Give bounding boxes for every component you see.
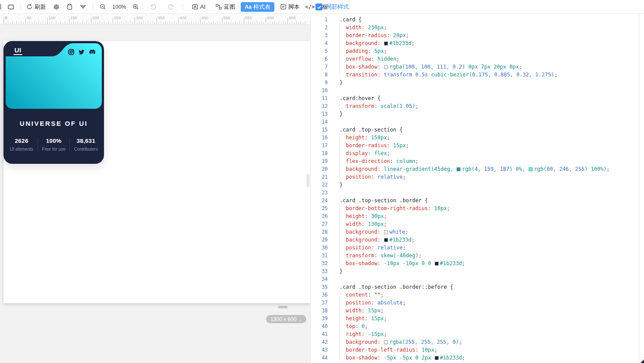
code-line-text[interactable]: box-shadow: -5px -5px 0 2px #1b233d; [328, 354, 465, 362]
code-line-text[interactable]: .card .top-section .border::before { [328, 283, 453, 291]
stylesheet-tab[interactable]: Aa 样式表 [241, 2, 274, 12]
code-line-text[interactable]: right: -15px; [328, 330, 387, 338]
local-style-toggle[interactable]: 局部样式 [315, 0, 349, 14]
line-number[interactable]: 32 [311, 259, 328, 267]
line-number[interactable]: 1 [311, 16, 328, 24]
line-number[interactable]: 2 [311, 24, 328, 31]
code-line-text[interactable]: border-radius: 20px; [328, 31, 409, 39]
clipped-tool-icon[interactable] [0, 4, 1, 10]
line-number[interactable]: 35 [311, 283, 328, 291]
line-number[interactable]: 5 [311, 47, 328, 55]
code-line-text[interactable]: width: 15px; [328, 307, 384, 315]
code-line[interactable]: 4 background: #1b233d; [311, 39, 644, 47]
settings-button[interactable] [53, 3, 60, 10]
code-line-text[interactable]: flex-direction: column; [328, 157, 419, 165]
code-line[interactable]: 20 background: linear-gradient(45deg, rg… [311, 165, 644, 173]
artboard-size-selector[interactable]: 1300 x 600 ⌄ [266, 315, 306, 323]
color-swatch[interactable] [435, 356, 439, 360]
line-number[interactable]: 36 [311, 291, 328, 299]
code-line[interactable]: 42 background: rgba(255, 255, 255, 0); [311, 338, 644, 346]
blueprint-tab[interactable]: 蓝图 [215, 3, 235, 11]
layers-tool-button[interactable] [80, 3, 87, 10]
color-swatch[interactable] [384, 65, 388, 69]
code-line[interactable]: 21 position: relative; [311, 173, 644, 181]
code-line[interactable]: 26 height: 30px; [311, 212, 644, 220]
code-line[interactable]: 7 box-shadow: rgba(100, 100, 111, 0.2) 0… [311, 63, 644, 71]
color-swatch[interactable] [457, 167, 460, 171]
line-number[interactable]: 6 [311, 55, 328, 63]
line-number[interactable]: 40 [311, 322, 328, 330]
code-line[interactable]: 6 overflow: hidden; [311, 55, 644, 63]
zoom-level[interactable]: 100% [112, 4, 126, 10]
code-line-text[interactable]: width: 230px; [328, 24, 387, 31]
script-tab[interactable]: 脚本 [280, 3, 300, 11]
line-number[interactable]: 37 [311, 299, 328, 307]
color-swatch[interactable] [384, 238, 388, 242]
horizontal-scrollbar-thumb[interactable] [278, 306, 287, 308]
line-number[interactable]: 27 [311, 220, 328, 228]
color-swatch[interactable] [384, 230, 388, 234]
line-number[interactable]: 8 [311, 71, 328, 79]
line-number[interactable]: 30 [311, 244, 328, 252]
code-line[interactable]: 43 border-top-left-radius: 10px; [311, 346, 644, 354]
code-line-text[interactable] [328, 86, 339, 94]
code-line[interactable]: 19 flex-direction: column; [311, 157, 644, 165]
code-line[interactable]: 1.card { [311, 16, 644, 24]
code-line[interactable]: 2 width: 230px; [311, 24, 644, 31]
line-number[interactable]: 16 [311, 134, 328, 142]
code-line-text[interactable]: overflow: hidden; [328, 55, 399, 63]
color-swatch[interactable] [529, 167, 533, 171]
code-line[interactable]: 40 top: 0; [311, 322, 644, 330]
horizontal-ruler[interactable]: 050100150200250300350400450500550600650 [0, 14, 310, 25]
line-number[interactable]: 15 [311, 126, 328, 134]
color-swatch[interactable] [435, 262, 439, 266]
line-number[interactable]: 33 [311, 267, 328, 275]
line-number[interactable]: 22 [311, 181, 328, 189]
code-line[interactable]: 30 position: relative; [311, 244, 644, 252]
code-line-text[interactable]: content: ""; [328, 291, 384, 299]
code-editor[interactable]: 1.card {2 width: 230px;3 border-radius: … [311, 14, 644, 363]
pane-resize-handle[interactable] [307, 174, 309, 187]
code-line[interactable]: 37 position: absolute; [311, 299, 644, 307]
line-number[interactable]: 29 [311, 236, 328, 244]
color-swatch[interactable] [384, 41, 388, 45]
code-line-text[interactable]: top: 0; [328, 322, 368, 330]
code-line[interactable]: 35.card .top-section .border::before { [311, 283, 644, 291]
code-line-text[interactable] [328, 189, 339, 197]
local-style-checkbox[interactable] [315, 3, 322, 10]
line-number[interactable]: 19 [311, 157, 328, 165]
zoom-out-button[interactable] [100, 3, 106, 10]
code-line-text[interactable]: box-shadow: -10px -10px 0 0 #1b233d; [328, 259, 465, 267]
line-number[interactable]: 42 [311, 338, 328, 346]
code-line[interactable]: 41 right: -15px; [311, 330, 644, 338]
line-number[interactable]: 23 [311, 189, 328, 197]
code-line[interactable]: 32 box-shadow: -10px -10px 0 0 #1b233d; [311, 259, 644, 267]
code-line-text[interactable]: .card .top-section .border { [328, 197, 428, 204]
code-line-text[interactable]: .card { [328, 16, 362, 24]
line-number[interactable]: 41 [311, 330, 328, 338]
code-line[interactable]: 44 box-shadow: -5px -5px 0 2px #1b233d; [311, 354, 644, 362]
zoom-in-button[interactable] [132, 3, 139, 10]
code-line-text[interactable]: border-radius: 15px; [328, 142, 409, 149]
code-line[interactable]: 39 height: 15px; [311, 315, 644, 322]
code-line[interactable]: 33} [311, 267, 644, 275]
color-swatch[interactable] [384, 340, 388, 344]
code-line[interactable]: 38 width: 15px; [311, 307, 644, 315]
code-line[interactable]: 11.card:hover { [311, 94, 644, 102]
code-line[interactable]: 15.card .top-section { [311, 126, 644, 134]
code-line-text[interactable]: } [328, 79, 343, 86]
line-number[interactable]: 20 [311, 165, 328, 173]
redo-button[interactable] [167, 3, 174, 10]
resize-grip-icon[interactable] [641, 360, 644, 363]
line-number[interactable]: 34 [311, 275, 328, 283]
code-line[interactable]: 17 border-radius: 15px; [311, 142, 644, 149]
line-number[interactable]: 28 [311, 228, 328, 236]
line-number[interactable]: 38 [311, 307, 328, 315]
line-number[interactable]: 25 [311, 204, 328, 212]
ai-button[interactable]: AI [192, 3, 205, 10]
code-line[interactable]: 3 border-radius: 20px; [311, 31, 644, 39]
code-line-text[interactable]: position: relative; [328, 244, 406, 252]
code-line[interactable]: 36 content: ""; [311, 291, 644, 299]
canvas-background[interactable]: UI [0, 25, 310, 363]
line-number[interactable]: 9 [311, 79, 328, 86]
